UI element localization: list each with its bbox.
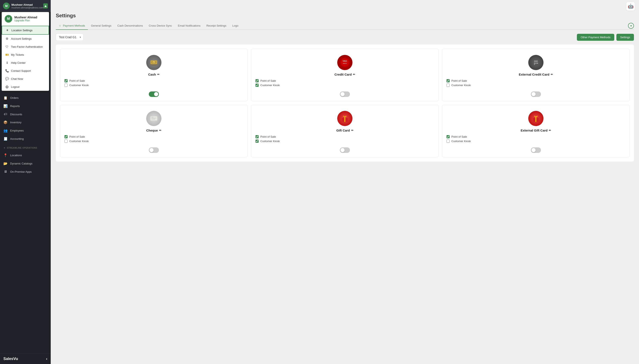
orders-icon: 📋 <box>4 96 8 100</box>
ext-gift-card-pos-checkbox[interactable] <box>447 135 450 138</box>
sidebar-footer: SalesVu ‹ <box>0 354 51 364</box>
credit-card-toggle-slider <box>340 92 350 97</box>
dropdown-item-location-settings[interactable]: ✈ Location Settings <box>2 26 49 35</box>
dropdown-item-help-center[interactable]: ℹ Help Center <box>2 59 49 67</box>
ext-credit-card-edit-icon[interactable]: ✏ <box>551 73 553 76</box>
cash-kiosk-checkbox[interactable] <box>65 84 68 87</box>
payment-card-credit-card: VISA AMEX Credit Card ✏ Point of Sale <box>251 49 439 101</box>
upgrade-link[interactable]: Upgrade Plan <box>14 19 37 22</box>
locations-label: Locations <box>10 154 22 157</box>
nav-section-main: 📋 Orders 📊 Reports 🏷 Discounts 📦 Invento… <box>0 92 51 144</box>
main-content: 🤖 Settings ☆ Payment Methods General Set… <box>51 0 639 364</box>
tab-receipt-settings[interactable]: Receipt Settings <box>203 22 229 30</box>
tabs-expand-button[interactable]: ▾ <box>628 23 634 29</box>
ext-credit-card-toggle-slider <box>531 92 541 97</box>
credit-card-kiosk-row: Customer Kiosk <box>255 84 434 87</box>
chat-now-label: Chat Now <box>11 77 23 80</box>
tabs-bar: ☆ Payment Methods General Settings Cash … <box>56 22 634 30</box>
sidebar-item-on-premise-apps[interactable]: 🖥 On-Premise Apps <box>0 168 51 176</box>
gift-card-pos-checkbox[interactable] <box>255 135 259 138</box>
user-dropdown: M Musheer Ahmad Upgrade Plan ✈ Location … <box>2 12 49 91</box>
payment-card-cheque: Cheque ✏ Point of Sale Customer Kiosk <box>60 105 248 157</box>
svg-rect-20 <box>345 117 345 122</box>
sidebar-item-employees[interactable]: 👥 Employees <box>0 126 51 135</box>
tab-payment-methods[interactable]: ☆ Payment Methods <box>56 22 88 30</box>
gift-card-title: Gift Card ✏ <box>336 128 353 132</box>
cheque-pos-checkbox[interactable] <box>65 135 68 138</box>
collapse-button[interactable]: ▲ <box>43 4 48 8</box>
ext-credit-card-title-text: External Credit Card <box>519 73 549 76</box>
ext-credit-card-kiosk-row: Customer Kiosk <box>447 84 625 87</box>
credit-card-edit-icon[interactable]: ✏ <box>353 73 355 76</box>
sidebar-item-inventory[interactable]: 📦 Inventory <box>0 118 51 126</box>
payment-card-gift-card: Gift Card ✏ Point of Sale Customer Kiosk <box>251 105 439 157</box>
logout-label: Logout <box>11 85 20 88</box>
two-factor-icon: 🛡 <box>5 45 9 48</box>
dropdown-item-account-settings[interactable]: ⚙ Account Settings <box>2 35 49 43</box>
gift-card-edit-icon[interactable]: ✏ <box>351 129 354 132</box>
svg-rect-9 <box>534 60 538 62</box>
cheque-title-text: Cheque <box>146 128 158 132</box>
dropdown-item-logout[interactable]: ⏻ Logout <box>2 83 49 91</box>
cheque-icon-circle <box>146 111 161 126</box>
toolbar-buttons: Other Payment Methods Settings <box>577 34 634 41</box>
ext-credit-card-toggle[interactable] <box>531 92 541 97</box>
dropdown-item-chat-now[interactable]: 💬 Chat Now <box>2 75 49 83</box>
gift-card-kiosk-checkbox[interactable] <box>255 140 259 143</box>
sidebar-collapse-button[interactable]: ‹ <box>46 356 47 361</box>
contact-support-label: Contact Support <box>11 69 31 72</box>
cash-edit-icon[interactable]: ✏ <box>157 73 160 76</box>
sidebar-item-dynamic-catalogs[interactable]: 📂 Dynamic Catalogs <box>0 160 51 168</box>
tab-email-notifications[interactable]: Email Notifications <box>175 22 203 30</box>
tab-general-settings[interactable]: General Settings <box>88 22 114 30</box>
ext-gift-card-kiosk-checkbox[interactable] <box>447 140 450 143</box>
location-select[interactable]: Test Crad G1 <box>56 34 84 41</box>
tab-email-notifications-label: Email Notifications <box>178 24 201 27</box>
ext-gift-card-title-text: External Gift Card <box>521 128 548 132</box>
cheque-toggle[interactable] <box>149 147 159 153</box>
cash-pos-checkbox[interactable] <box>65 79 68 82</box>
gift-card-kiosk-row: Customer Kiosk <box>255 140 434 143</box>
tab-logo[interactable]: Logo <box>229 22 241 30</box>
location-settings-label: Location Settings <box>12 29 33 32</box>
gift-card-toggle[interactable] <box>340 147 350 153</box>
ext-credit-card-kiosk-checkbox[interactable] <box>447 84 450 87</box>
sidebar-item-accounting[interactable]: 🧾 Accounting <box>0 135 51 143</box>
tab-receipt-settings-label: Receipt Settings <box>206 24 226 27</box>
settings-button[interactable]: Settings <box>616 34 634 41</box>
dropdown-item-two-factor[interactable]: 🛡 Two-Factor Authentication <box>2 43 49 51</box>
streamline-section-label: ▼ STREAMLINE OPERATIONS <box>0 144 51 150</box>
sidebar-item-discounts[interactable]: 🏷 Discounts <box>0 110 51 118</box>
dropdown-item-contact-support[interactable]: 📞 Contact Support <box>2 67 49 75</box>
cash-toggle[interactable] <box>149 92 159 97</box>
payment-cards-grid: $ Cash ✏ Point of Sale Customer Kiosk <box>60 49 630 157</box>
ext-gift-card-edit-icon[interactable]: ✏ <box>549 129 551 132</box>
robot-assistant-button[interactable]: 🤖 <box>626 2 635 10</box>
payment-card-external-gift-card: External Gift Card ✏ Point of Sale Custo… <box>442 105 630 157</box>
ext-gift-card-toggle[interactable] <box>531 147 541 153</box>
cheque-kiosk-checkbox[interactable] <box>65 140 68 143</box>
sidebar-item-reports[interactable]: 📊 Reports <box>0 102 51 110</box>
tab-cross-device-sync[interactable]: Cross Device Sync <box>146 22 175 30</box>
credit-card-svg: VISA AMEX <box>340 58 350 67</box>
tab-general-settings-label: General Settings <box>91 24 111 27</box>
other-payment-methods-button[interactable]: Other Payment Methods <box>577 34 614 41</box>
ext-credit-card-pos-label: Point of Sale <box>451 79 467 82</box>
credit-card-kiosk-checkbox[interactable] <box>255 84 259 87</box>
section-collapse-arrow[interactable]: ▼ <box>4 147 6 149</box>
sidebar-item-locations[interactable]: 📍 Locations <box>0 151 51 160</box>
dropdown-item-my-tickets[interactable]: 🎫 My Tickets <box>2 51 49 59</box>
credit-card-title-text: Credit Card <box>335 73 352 76</box>
credit-card-toggle[interactable] <box>340 92 350 97</box>
cheque-edit-icon[interactable]: ✏ <box>159 129 161 132</box>
tab-cash-denominations[interactable]: Cash Denominations <box>114 22 146 30</box>
settings-area: Settings ☆ Payment Methods General Setti… <box>51 13 639 364</box>
help-center-icon: ℹ <box>5 61 9 64</box>
two-factor-label: Two-Factor Authentication <box>11 45 43 48</box>
settings-title: Settings <box>56 13 634 18</box>
sidebar-item-orders[interactable]: 📋 Orders <box>0 94 51 102</box>
gift-card-kiosk-label: Customer Kiosk <box>260 140 280 143</box>
ext-credit-card-pos-checkbox[interactable] <box>447 79 450 82</box>
credit-card-pos-checkbox[interactable] <box>255 79 259 82</box>
gift-card-pos-label: Point of Sale <box>260 135 276 138</box>
